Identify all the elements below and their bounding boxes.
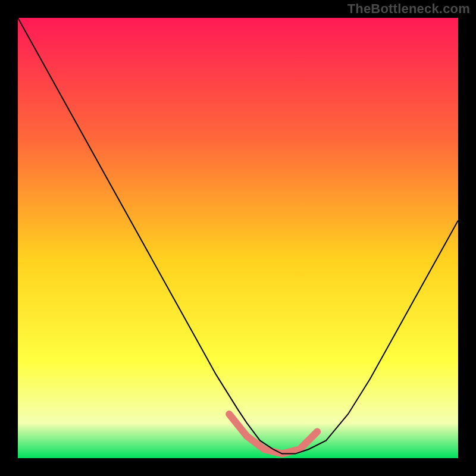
chart-frame: TheBottleneck.com (0, 0, 476, 476)
plot-area (18, 18, 458, 458)
chart-svg (18, 18, 458, 458)
gradient-background (18, 18, 458, 458)
watermark-text: TheBottleneck.com (347, 1, 470, 17)
